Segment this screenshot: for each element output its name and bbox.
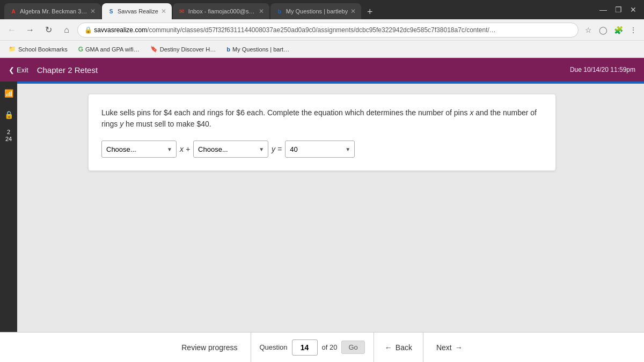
bookmark-bartleby-icon: b <box>226 46 230 53</box>
new-tab-button[interactable]: + <box>362 4 377 19</box>
exit-chevron-icon: ❮ <box>9 66 14 74</box>
back-nav-button[interactable]: ← <box>4 23 19 38</box>
app-header: ❮ Exit Chapter 2 Retest Due 10/14/20 11:… <box>0 58 644 82</box>
address-bar: ← → ↻ ⌂ 🔒 savvasrealize.com/community/cl… <box>0 19 644 41</box>
review-progress-button[interactable]: Review progress <box>169 333 251 363</box>
url-bar[interactable]: 🔒 savvasrealize.com/community/classes/d5… <box>77 23 579 38</box>
x-plus-label: x + <box>180 145 190 153</box>
bookmark-bartleby-label: My Questions | bart… <box>232 46 289 53</box>
tab-algebra[interactable]: A Algebra Mr. Beckman 3rd Block ✕ <box>4 3 101 19</box>
back-arrow-icon: ← <box>385 343 392 352</box>
bookmark-bartleby[interactable]: b My Questions | bart… <box>222 45 294 54</box>
value-select[interactable]: 40 4 6 <box>285 141 355 158</box>
first-coefficient-select[interactable]: Choose... 4 6 40 <box>101 141 177 158</box>
question-number-input[interactable] <box>292 339 318 356</box>
bookmark-gma[interactable]: G GMA and GPA wifi… <box>74 45 144 54</box>
close-button[interactable]: ✕ <box>627 3 640 16</box>
bookmark-star-icon[interactable]: ☆ <box>582 24 595 36</box>
tab-inbox-close[interactable]: ✕ <box>259 8 264 15</box>
bottom-navigation: Review progress Question of 20 Go ← Back… <box>0 332 644 362</box>
window-controls: — ❐ ✕ <box>597 3 640 16</box>
extension-icon[interactable]: 🧩 <box>612 24 625 36</box>
tab-savvas[interactable]: S Savvas Realize ✕ <box>102 3 172 19</box>
bookmark-school-label: School Bookmarks <box>18 46 68 53</box>
next-arrow-icon: → <box>455 343 463 352</box>
first-dropdown-wrapper: Choose... 4 6 40 ▼ <box>101 141 177 158</box>
bookmark-gma-icon: G <box>78 46 83 53</box>
value-dropdown-wrapper: 40 4 6 ▼ <box>285 141 355 158</box>
go-button[interactable]: Go <box>341 341 364 354</box>
tab-bartleby-close[interactable]: ✕ <box>350 8 356 15</box>
main-content: Luke sells pins for $4 each and rings fo… <box>0 84 644 332</box>
back-label: Back <box>396 343 412 352</box>
sidebar-wifi-icon[interactable]: 📶 <box>1 86 16 101</box>
tab-inbox-favicon: ✉ <box>178 8 186 15</box>
tab-bartleby-title: My Questions | bartleby <box>286 8 348 14</box>
url-text: 🔒 savvasrealize.com/community/classes/d5… <box>84 26 496 34</box>
tab-bartleby-favicon: b <box>276 8 283 15</box>
review-progress-label: Review progress <box>181 343 237 352</box>
menu-icon[interactable]: ⋮ <box>627 24 640 36</box>
tab-savvas-close[interactable]: ✕ <box>161 8 166 15</box>
restore-button[interactable]: ❐ <box>612 3 625 16</box>
second-dropdown-wrapper: Choose... 4 6 40 ▼ <box>193 141 268 158</box>
y-equals-label: y = <box>272 145 282 153</box>
bookmark-gma-label: GMA and GPA wifi… <box>85 46 140 53</box>
question-label: Question <box>260 343 288 351</box>
bookmark-destiny[interactable]: 🔖 Destiny Discover H… <box>146 45 221 54</box>
equation-row: Choose... 4 6 40 ▼ x + Choose... 4 6 40 … <box>101 141 543 158</box>
tab-savvas-title: Savvas Realize <box>118 8 158 14</box>
exit-button[interactable]: ❮ Exit <box>9 66 28 74</box>
bookmark-school[interactable]: 📁 School Bookmarks <box>4 45 72 54</box>
question-text: Luke sells pins for $4 each and rings fo… <box>101 107 543 130</box>
question-card: Luke sells pins for $4 each and rings fo… <box>89 94 555 171</box>
forward-nav-button[interactable]: → <box>23 23 38 38</box>
sidebar-lock-icon[interactable]: 🔒 <box>1 107 16 122</box>
second-coefficient-select[interactable]: Choose... 4 6 40 <box>193 141 268 158</box>
tab-algebra-favicon: A <box>10 8 17 15</box>
next-label: Next <box>436 343 452 352</box>
left-sidebar: 📶 🔒 2 24 <box>0 82 17 332</box>
chapter-title: Chapter 2 Retest <box>37 65 98 75</box>
profile-icon[interactable]: ◯ <box>597 24 610 36</box>
minimize-button[interactable]: — <box>597 3 610 16</box>
due-date: Due 10/14/20 11:59pm <box>570 66 635 73</box>
tab-algebra-close[interactable]: ✕ <box>90 8 96 15</box>
of-total-label: of 20 <box>322 343 338 351</box>
tab-algebra-title: Algebra Mr. Beckman 3rd Block <box>20 8 87 14</box>
tab-inbox-title: Inbox - fiamojac000@sdak12.ne… <box>188 8 256 14</box>
question-navigator: Question of 20 Go <box>251 333 374 363</box>
exit-label: Exit <box>17 66 28 74</box>
bookmarks-bar: 📁 School Bookmarks G GMA and GPA wifi… 🔖… <box>0 41 644 58</box>
bookmark-destiny-label: Destiny Discover H… <box>160 46 216 53</box>
bookmark-destiny-icon: 🔖 <box>150 46 158 53</box>
back-button[interactable]: ← Back <box>374 333 423 363</box>
tab-savvas-favicon: S <box>107 8 115 15</box>
reload-button[interactable]: ↻ <box>41 23 56 38</box>
sidebar-counter: 2 24 <box>5 129 12 143</box>
bookmark-school-icon: 📁 <box>9 46 16 53</box>
tab-inbox[interactable]: ✉ Inbox - fiamojac000@sdak12.ne… ✕ <box>173 3 269 19</box>
next-button[interactable]: Next → <box>423 333 475 363</box>
home-button[interactable]: ⌂ <box>59 23 74 38</box>
tab-bartleby[interactable]: b My Questions | bartleby ✕ <box>270 3 361 19</box>
